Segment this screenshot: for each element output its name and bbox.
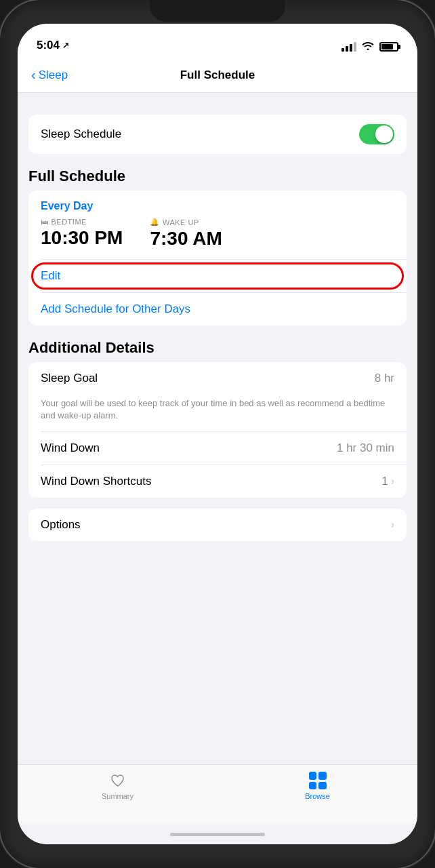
spacer-top	[18, 93, 417, 104]
edit-highlight-circle	[31, 262, 404, 290]
schedule-card: Every Day 🛏 BEDTIME 10:30 PM 🔔 WAKE UP	[28, 191, 407, 326]
bedtime-block: 🛏 BEDTIME 10:30 PM	[41, 218, 123, 250]
full-schedule-header: Full Schedule	[18, 154, 417, 191]
wakeup-value: 7:30 AM	[150, 228, 222, 250]
additional-details-header: Additional Details	[18, 326, 417, 362]
signal-bars	[341, 42, 356, 52]
home-indicator	[18, 824, 417, 844]
tab-browse-label: Browse	[305, 792, 330, 800]
schedule-times: 🛏 BEDTIME 10:30 PM 🔔 WAKE UP 7:30 AM	[28, 215, 407, 259]
bedtime-label: 🛏 BEDTIME	[41, 218, 123, 226]
wind-down-label: Wind Down	[41, 441, 100, 455]
wind-down-shortcuts-value: 1 ›	[381, 475, 394, 488]
tab-browse[interactable]: Browse	[218, 772, 417, 800]
add-schedule-label: Add Schedule for Other Days	[41, 302, 190, 315]
main-content: Sleep Schedule Full Schedule Every Day 🛏…	[18, 93, 417, 764]
bedtime-value: 10:30 PM	[41, 227, 123, 249]
battery-fill	[381, 44, 393, 50]
heart-icon	[109, 772, 127, 789]
sleep-schedule-label: Sleep Schedule	[41, 127, 121, 141]
tab-bar: Summary Browse	[18, 764, 417, 824]
status-right	[341, 41, 398, 52]
notch	[150, 0, 285, 22]
status-time: 5:04 ↗	[37, 39, 69, 52]
phone-frame: 5:04 ↗	[0, 0, 435, 868]
spacer-bottom	[18, 541, 417, 557]
wind-down-shortcuts-label: Wind Down Shortcuts	[41, 475, 151, 488]
additional-details-card: Sleep Goal 8 hr Your goal will be used t…	[28, 362, 407, 498]
nav-title: Full Schedule	[180, 68, 255, 82]
wind-down-row[interactable]: Wind Down 1 hr 30 min	[28, 432, 407, 465]
location-icon: ↗	[62, 41, 69, 50]
browse-grid-icon	[309, 772, 327, 789]
battery-icon	[379, 42, 398, 52]
back-chevron-icon: ‹	[31, 67, 36, 83]
options-chevron-icon: ›	[391, 519, 394, 531]
wakeup-label: 🔔 WAKE UP	[150, 218, 222, 226]
tab-summary-label: Summary	[102, 792, 133, 800]
wifi-icon	[362, 41, 374, 52]
sleep-goal-label: Sleep Goal	[41, 372, 98, 385]
wakeup-block: 🔔 WAKE UP 7:30 AM	[150, 218, 222, 250]
time-text: 5:04	[37, 39, 60, 52]
sleep-goal-hint: Your goal will be used to keep track of …	[28, 395, 407, 431]
sleep-goal-row[interactable]: Sleep Goal 8 hr	[28, 362, 407, 395]
toggle-knob	[375, 125, 393, 143]
options-card[interactable]: Options ›	[28, 509, 407, 541]
wind-down-value: 1 hr 30 min	[337, 441, 394, 455]
home-bar	[170, 833, 265, 836]
alarm-icon: 🔔	[150, 218, 160, 226]
wind-down-shortcuts-row[interactable]: Wind Down Shortcuts 1 ›	[28, 465, 407, 498]
options-label: Options	[41, 518, 81, 532]
edit-row[interactable]: Edit	[28, 260, 407, 292]
tab-summary[interactable]: Summary	[18, 772, 218, 800]
options-row[interactable]: Options ›	[28, 509, 407, 541]
back-button[interactable]: ‹ Sleep	[31, 67, 68, 83]
every-day-label: Every Day	[28, 191, 407, 215]
status-bar: 5:04 ↗	[18, 24, 417, 58]
sleep-goal-value: 8 hr	[375, 372, 394, 385]
screen: 5:04 ↗	[18, 24, 417, 844]
sleep-schedule-card: Sleep Schedule	[28, 115, 407, 154]
sleep-schedule-row: Sleep Schedule	[28, 115, 407, 154]
bed-icon: 🛏	[41, 218, 49, 226]
add-schedule-row[interactable]: Add Schedule for Other Days	[28, 293, 407, 326]
navigation-bar: ‹ Sleep Full Schedule	[18, 58, 417, 93]
back-label: Sleep	[39, 68, 68, 82]
chevron-right-icon: ›	[391, 475, 394, 488]
edit-label: Edit	[41, 269, 60, 282]
sleep-schedule-toggle[interactable]	[359, 124, 394, 144]
